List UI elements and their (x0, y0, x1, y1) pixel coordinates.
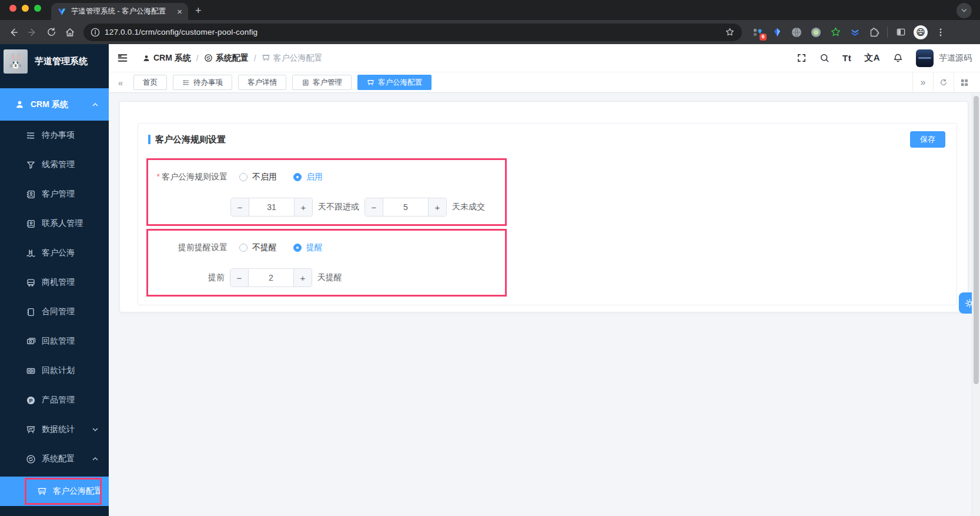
title-accent-bar (148, 135, 150, 144)
remind-days-stepper: − + (230, 268, 312, 287)
window-close-button[interactable] (9, 5, 16, 12)
tabs-scroll-left[interactable]: « (112, 72, 129, 92)
save-button[interactable]: 保存 (910, 131, 945, 148)
sidebar-item-customers[interactable]: 客户管理 (0, 179, 109, 209)
tab-customer-detail[interactable]: 客户详情 (238, 75, 286, 90)
extension-grid-icon[interactable]: 6 (751, 26, 764, 39)
fullscreen-icon[interactable] (797, 53, 807, 63)
browser-tab[interactable]: 芋道管理系统 - 客户公海配置 × (51, 3, 188, 20)
remind-days-input[interactable] (249, 269, 293, 287)
presentation-board-icon (26, 425, 36, 435)
window-controls (9, 5, 41, 12)
tab-search-button[interactable] (956, 3, 972, 18)
sidebar-item-crm-system[interactable]: CRM 系统 (0, 88, 109, 121)
breadcrumb-separator: / (254, 54, 256, 63)
bookmark-star-icon[interactable] (725, 27, 735, 37)
extension-record-icon[interactable] (810, 26, 822, 39)
sidebar-item-customer-pool[interactable]: 客户公海 (0, 238, 109, 268)
remind-radio-row: 提前提醒设置 不提醒 提醒 (148, 238, 505, 257)
tab-customer-pool-config[interactable]: 客户公海配置 (357, 75, 432, 90)
undeal-days-input[interactable] (383, 198, 428, 216)
sidebar-item-opportunities[interactable]: 商机管理 (0, 268, 109, 297)
tab-todo[interactable]: 待办事项 (173, 75, 232, 90)
extensions-puzzle-icon[interactable] (868, 26, 881, 39)
window-zoom-button[interactable] (34, 5, 41, 12)
sidebar-item-contracts[interactable]: 合同管理 (0, 297, 109, 327)
home-button[interactable] (62, 25, 78, 40)
logo-avatar: 🐰 (4, 49, 28, 74)
remind-label: 提前提醒设置 (148, 242, 228, 253)
page-scrollbar-thumb[interactable] (974, 96, 979, 384)
refresh-page-icon[interactable] (933, 72, 954, 92)
breadcrumb: CRM 系统 / 系统配置 / 客户公海配置 (142, 53, 323, 64)
tab-home[interactable]: 首页 (133, 75, 167, 90)
site-info-icon[interactable] (91, 28, 100, 37)
sidebar-item-leads[interactable]: 线索管理 (0, 150, 109, 179)
sidebar-item-label: 客户公海配置 (53, 486, 102, 497)
unfollow-days-input[interactable] (249, 198, 294, 216)
radio-remind-on[interactable]: 提醒 (293, 242, 323, 253)
tab-close-icon[interactable]: × (177, 7, 182, 16)
address-bar[interactable]: 127.0.0.1/crm/config/customer-pool-confi… (83, 24, 742, 41)
new-tab-button[interactable]: + (195, 5, 202, 17)
user-menu[interactable]: 芋道源码 (916, 49, 972, 67)
sidebar-item-products[interactable]: P 产品管理 (0, 385, 109, 415)
presentation-board-icon (262, 54, 270, 62)
browser-chrome: 芋道管理系统 - 客户公海配置 × + (0, 0, 980, 44)
radio-rule-on[interactable]: 启用 (293, 172, 323, 182)
url-text[interactable]: 127.0.0.1/crm/config/customer-pool-confi… (105, 28, 720, 36)
increase-button[interactable]: + (293, 269, 312, 287)
browser-tab-title: 芋道管理系统 - 客户公海配置 (71, 6, 172, 16)
decrease-button[interactable]: − (365, 198, 383, 216)
funnel-icon (26, 160, 36, 170)
increase-button[interactable]: + (294, 198, 312, 216)
rule-days-row: − + 天不跟进或 − + 天未成交 (148, 198, 505, 217)
breadcrumb-separator: / (196, 54, 199, 63)
extension-chevrons-icon[interactable] (848, 26, 861, 39)
browser-profile-avatar[interactable]: 😄 (914, 25, 928, 39)
collapse-menu-icon[interactable] (117, 52, 128, 64)
sidebar-item-statistics[interactable]: 数据统计 (0, 415, 109, 444)
sidebar: 🐰 芋道管理系统 CRM 系统 待办事项 线索管理 客户管理 (0, 44, 109, 516)
back-button[interactable] (6, 25, 21, 40)
window-minimize-button[interactable] (22, 5, 29, 12)
header-actions: Tt 文A 芋道源码 (797, 49, 972, 67)
remind-unit-label: 天提醒 (317, 272, 342, 283)
link-circle-icon (26, 454, 36, 464)
breadcrumb-item-system-config[interactable]: 系统配置 (204, 53, 249, 64)
sidebar-item-contacts[interactable]: 联系人管理 (0, 209, 109, 238)
decrease-button[interactable]: − (231, 198, 249, 216)
font-size-icon[interactable]: Tt (842, 53, 851, 63)
forward-button[interactable] (25, 25, 40, 40)
sidebar-item-customer-pool-config[interactable]: 客户公海配置 (0, 477, 109, 506)
layout-grid-icon[interactable] (954, 72, 974, 92)
extension-kite-icon[interactable] (771, 26, 784, 39)
language-icon[interactable]: 文A (864, 52, 880, 64)
notification-bell-icon[interactable] (893, 53, 903, 63)
contacts-icon (26, 219, 36, 229)
extension-star-icon[interactable] (829, 26, 842, 39)
search-icon[interactable] (820, 53, 830, 63)
reload-button[interactable] (44, 25, 59, 40)
sidebar-item-system-config[interactable]: 系统配置 (0, 444, 109, 474)
tab-customer-management[interactable]: 客户管理 (292, 75, 352, 90)
extension-area: 6 (751, 25, 947, 39)
remind-section-annotation: 提前提醒设置 不提醒 提醒 (146, 229, 507, 297)
increase-button[interactable]: + (428, 198, 446, 216)
decrease-button[interactable]: − (230, 269, 249, 287)
sidebar-item-payment-plan[interactable]: 回款计划 (0, 356, 109, 385)
radio-rule-off[interactable]: 不启用 (239, 172, 277, 182)
extension-globe-icon[interactable] (790, 26, 803, 39)
breadcrumb-item-crm[interactable]: CRM 系统 (142, 53, 191, 64)
tabs-scroll-right[interactable]: » (912, 72, 933, 92)
panel-header: 客户公海规则设置 保存 (138, 124, 956, 148)
side-panel-icon[interactable] (894, 26, 907, 39)
app-logo[interactable]: 🐰 芋道管理系统 (0, 44, 109, 78)
sidebar-item-todo[interactable]: 待办事项 (0, 121, 109, 150)
banknote-icon (26, 366, 36, 376)
sidebar-item-label: 系统配置 (42, 454, 75, 464)
sidebar-item-label: 客户管理 (42, 189, 75, 199)
browser-menu-icon[interactable] (934, 26, 947, 39)
radio-remind-off[interactable]: 不提醒 (239, 242, 277, 253)
sidebar-item-payments[interactable]: 回款管理 (0, 327, 109, 356)
